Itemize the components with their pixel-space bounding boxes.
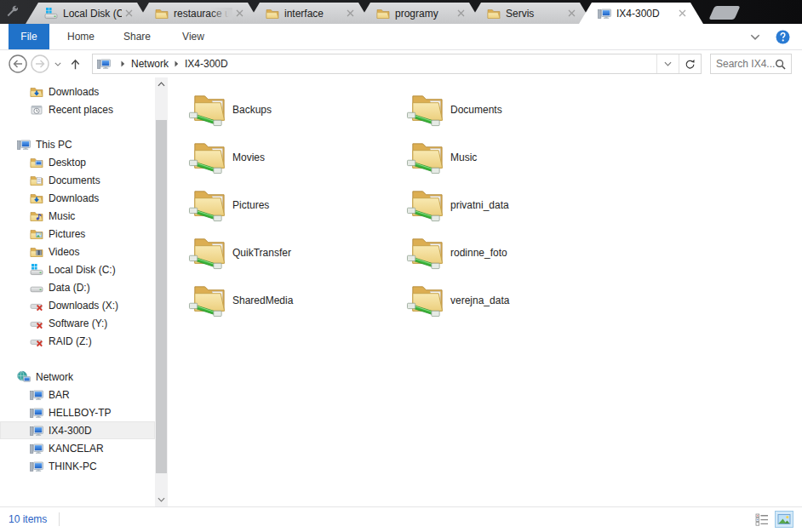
sidebar-item-label: This PC [36, 139, 72, 151]
folder-item-backups[interactable]: Backups [188, 86, 406, 134]
thumbnails-view-button[interactable] [775, 511, 793, 528]
sidebar-item-videos[interactable]: Videos [0, 243, 155, 260]
tab-label: interface [284, 8, 343, 20]
shared-folder-icon [188, 186, 228, 225]
sidebar-item-documents[interactable]: Documents [0, 171, 155, 189]
close-icon[interactable] [568, 9, 576, 17]
sidebar-item-bar[interactable]: BAR [0, 386, 155, 403]
sidebar-item-label: Local Disk (C:) [49, 264, 116, 276]
sidebar-item-downloads-x[interactable]: Downloads (X:) [0, 296, 155, 314]
tab-ix4-300d-active[interactable]: IX4-300D [579, 3, 703, 24]
address-history-dropdown[interactable] [656, 54, 679, 73]
sidebar-item-label: Pictures [49, 228, 85, 240]
videos-folder-icon [30, 245, 43, 259]
folder-item-quiktransfer[interactable]: QuikTransfer [188, 229, 406, 277]
file-list-area: Backups Documents Movies Music Pictures … [168, 77, 802, 506]
thumbnails-view-icon [777, 512, 791, 526]
sidebar-item-label: Downloads [49, 192, 99, 204]
system-drive-icon [30, 263, 43, 277]
desktop-icon [30, 156, 43, 169]
sidebar-item-recent-places[interactable]: Recent places [0, 100, 155, 118]
pictures-folder-icon [30, 227, 43, 241]
back-button[interactable] [7, 54, 29, 73]
sidebar-item-raid-z[interactable]: RAID (Z:) [0, 332, 155, 350]
sidebar-item-hellboy-tp[interactable]: HELLBOY-TP [0, 403, 155, 421]
tab-view[interactable]: View [169, 24, 218, 49]
folder-label: Music [450, 152, 477, 163]
help-icon[interactable] [776, 30, 790, 44]
tab-home[interactable]: Home [56, 24, 106, 49]
forward-button[interactable] [29, 54, 51, 73]
sidebar-item-network[interactable]: Network [0, 368, 155, 386]
folder-item-movies[interactable]: Movies [188, 134, 406, 181]
drive-icon [30, 281, 43, 295]
recent-locations-dropdown[interactable] [51, 62, 65, 66]
sidebar-item-think-pc[interactable]: THINK-PC [0, 457, 155, 475]
folder-item-pictures[interactable]: Pictures [188, 181, 406, 229]
tab-interface[interactable]: interface [247, 3, 371, 24]
sidebar-item-pictures[interactable]: Pictures [0, 225, 155, 243]
computer-icon [30, 388, 43, 402]
shared-folder-icon [188, 139, 228, 177]
breadcrumb-ix4-300d[interactable]: IX4-300D [185, 58, 228, 70]
close-icon[interactable] [679, 9, 686, 17]
close-icon[interactable] [125, 9, 133, 17]
tab-label: Servis [506, 8, 564, 20]
sidebar-scrollbar[interactable] [155, 77, 168, 506]
sidebar-item-ix4-300d-selected[interactable]: IX4-300D [0, 421, 155, 439]
sidebar-item-label: Videos [49, 246, 79, 258]
close-icon[interactable] [457, 9, 465, 17]
up-button[interactable] [65, 58, 85, 71]
sidebar-item-label: Music [49, 210, 75, 222]
folder-grid: Backups Documents Movies Music Pictures … [188, 86, 802, 324]
breadcrumb-arrow-icon [175, 60, 179, 67]
close-icon[interactable] [236, 9, 243, 17]
address-bar-row: Network IX4-300D Search IX4... [0, 50, 802, 77]
settings-wrench-icon[interactable] [0, 0, 26, 24]
address-bar[interactable]: Network IX4-300D [92, 54, 702, 74]
folder-item-privatni-data[interactable]: privatni_data [406, 181, 624, 229]
sidebar-item-downloads-favorite[interactable]: Downloads [0, 83, 155, 100]
close-icon[interactable] [347, 9, 354, 17]
tab-share[interactable]: Share [112, 24, 162, 49]
search-input[interactable]: Search IX4... [710, 54, 792, 74]
sidebar-item-label: Software (Y:) [49, 317, 107, 329]
breadcrumb-network[interactable]: Network [131, 58, 169, 70]
sidebar-item-this-pc[interactable]: This PC [0, 135, 155, 153]
scrollbar-thumb[interactable] [156, 120, 167, 473]
navigation-pane: Downloads Recent places This PC Desktop … [0, 77, 155, 506]
system-drive-icon [44, 7, 58, 20]
sidebar-item-desktop[interactable]: Desktop [0, 153, 155, 171]
folder-item-verejna-data[interactable]: verejna_data [406, 277, 624, 324]
folder-item-rodinne-foto[interactable]: rodinne_foto [406, 229, 624, 277]
tab-servis[interactable]: Servis [468, 3, 593, 24]
details-view-button[interactable] [753, 511, 771, 528]
download-folder-icon [30, 192, 43, 205]
refresh-button[interactable] [679, 54, 701, 73]
folder-item-documents[interactable]: Documents [406, 86, 624, 134]
folder-label: Movies [232, 152, 265, 163]
scroll-down-arrow-icon[interactable] [155, 493, 168, 506]
sidebar-item-downloads[interactable]: Downloads [0, 189, 155, 207]
disconnected-drive-icon [30, 335, 43, 348]
expand-ribbon-chevron-icon[interactable] [750, 34, 760, 40]
folder-item-sharedmedia[interactable]: SharedMedia [188, 277, 406, 324]
tab-local-disk-c[interactable]: Local Disk (C:) [26, 3, 150, 24]
tab-restaurace[interactable]: restaurace u St [136, 3, 261, 24]
scroll-up-arrow-icon[interactable] [155, 77, 168, 91]
computer-icon [598, 7, 611, 20]
sidebar-item-music[interactable]: Music [0, 207, 155, 225]
sidebar-item-local-disk-c[interactable]: Local Disk (C:) [0, 260, 155, 278]
sidebar-item-data-d[interactable]: Data (D:) [0, 278, 155, 296]
tab-programy[interactable]: programy [358, 3, 482, 24]
folder-item-music[interactable]: Music [406, 134, 624, 181]
sidebar-item-label: IX4-300D [49, 425, 92, 437]
computer-icon [30, 424, 43, 438]
sidebar-item-label: BAR [49, 389, 70, 401]
shared-folder-icon [188, 234, 228, 272]
computer-icon [17, 138, 31, 152]
sidebar-item-kancelar[interactable]: KANCELAR [0, 439, 155, 457]
new-tab-button[interactable] [708, 6, 740, 20]
file-menu-button[interactable]: File [9, 24, 49, 49]
sidebar-item-software-y[interactable]: Software (Y:) [0, 314, 155, 332]
